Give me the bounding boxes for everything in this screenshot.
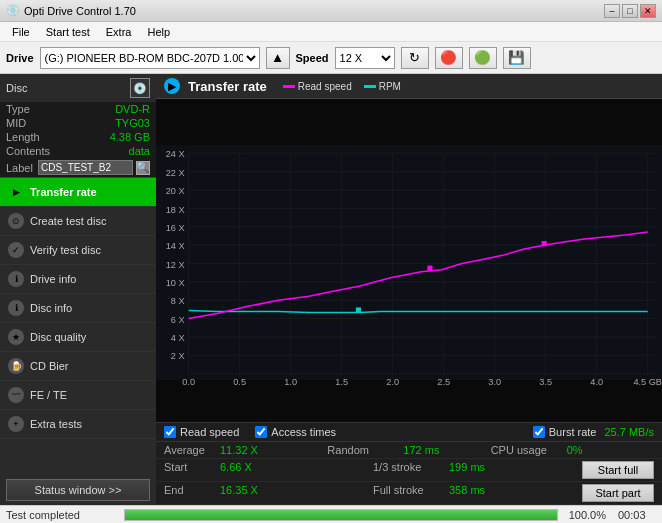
nav-item-disc-quality[interactable]: ★ Disc quality [0,323,156,352]
nav-label-extra-tests: Extra tests [30,418,82,430]
time-display: 00:03 [612,509,662,521]
progress-bar-container [124,509,558,521]
burst-rate-item[interactable]: Burst rate 25.7 MB/s [533,426,654,438]
speed-select[interactable]: 12 X [335,47,395,69]
disc-mid-row: MID TYG03 [0,116,156,130]
cpu-label: CPU usage [491,444,561,456]
eject-button[interactable]: ▲ [266,47,290,69]
nav-label-transfer-rate: Transfer rate [30,186,97,198]
start-full-button[interactable]: Start full [582,461,654,479]
titlebar: 💿 Opti Drive Control 1.70 – □ ✕ [0,0,662,22]
right-panel: ▶ Transfer rate Read speed RPM 24 X [156,74,662,505]
stroke1-label: 1/3 stroke [373,461,443,479]
nav-item-create-test-disc[interactable]: ⊙ Create test disc [0,207,156,236]
disc-header-text: Disc [6,82,27,94]
disc-quality-icon: ★ [8,329,24,345]
nav-item-fe-te[interactable]: 〰 FE / TE [0,381,156,410]
nav-label-verify-test-disc: Verify test disc [30,244,101,256]
svg-text:3.0: 3.0 [488,377,501,387]
verify-test-disc-icon: ✓ [8,242,24,258]
disc-label-input[interactable] [38,160,133,175]
status-window-button[interactable]: Status window >> [6,479,150,501]
settings-button2[interactable]: 🟢 [469,47,497,69]
nav-label-drive-info: Drive info [30,273,76,285]
stroke1-value: 199 ms [449,461,509,479]
nav-label-create-test-disc: Create test disc [30,215,106,227]
maximize-button[interactable]: □ [622,4,638,18]
svg-text:0.5: 0.5 [233,377,246,387]
check-read-speed[interactable]: Read speed [164,426,239,438]
nav-item-transfer-rate[interactable]: ▶ Transfer rate [0,178,156,207]
chart-title: Transfer rate [188,79,267,94]
svg-text:22 X: 22 X [166,168,185,178]
nav-label-disc-quality: Disc quality [30,331,86,343]
progress-bar-fill [125,510,557,520]
svg-text:8 X: 8 X [171,296,185,306]
minimize-button[interactable]: – [604,4,620,18]
main-layout: Disc 💿 Type DVD-R MID TYG03 Length 4.38 … [0,74,662,505]
start-part-button[interactable]: Start part [582,484,654,502]
menu-extra[interactable]: Extra [98,24,140,40]
access-times-checkbox[interactable] [255,426,267,438]
random-value: 172 ms [403,444,463,456]
stroke2-label: Full stroke [373,484,443,502]
legend-read-speed-label: Read speed [298,81,352,92]
stats-section: Average 11.32 X Random 172 ms CPU usage … [156,441,662,505]
svg-text:2.0: 2.0 [386,377,399,387]
chart-legend: Read speed RPM [283,81,401,92]
stat-group-end: End 16.35 X [164,484,373,502]
nav-item-drive-info[interactable]: ℹ Drive info [0,265,156,294]
menu-help[interactable]: Help [139,24,178,40]
nav-label-fe-te: FE / TE [30,389,67,401]
svg-rect-0 [156,145,662,380]
menubar: File Start test Extra Help [0,22,662,42]
close-button[interactable]: ✕ [640,4,656,18]
legend-rpm-label: RPM [379,81,401,92]
app-icon: 💿 [6,4,20,17]
burst-rate-checkbox[interactable] [533,426,545,438]
stat-group-stroke1: 1/3 stroke 199 ms [373,461,582,479]
drive-info-icon: ℹ [8,271,24,287]
read-speed-check-label: Read speed [180,426,239,438]
menu-start-test[interactable]: Start test [38,24,98,40]
nav-item-disc-info[interactable]: ℹ Disc info [0,294,156,323]
end-value: 16.35 X [220,484,280,502]
drive-select[interactable]: (G:) PIONEER BD-ROM BDC-207D 1.00 [40,47,260,69]
nav-item-extra-tests[interactable]: + Extra tests [0,410,156,439]
stat-group-average: Average 11.32 X [164,444,327,456]
start-full-group: Start full [582,461,654,479]
stat-group-random: Random 172 ms [327,444,490,456]
disc-label-row: Label 🔍 [0,158,156,177]
svg-text:2 X: 2 X [171,351,185,361]
cpu-value: 0% [567,444,627,456]
refresh-button[interactable]: ↻ [401,47,429,69]
svg-text:4.5 GB: 4.5 GB [633,377,662,387]
save-button[interactable]: 💾 [503,47,531,69]
svg-text:14 X: 14 X [166,241,185,251]
svg-text:12 X: 12 X [166,260,185,270]
random-label: Random [327,444,397,456]
disc-contents-row: Contents data [0,144,156,158]
svg-text:1.5: 1.5 [335,377,348,387]
svg-rect-37 [542,241,547,246]
extra-tests-icon: + [8,416,24,432]
read-speed-checkbox[interactable] [164,426,176,438]
nav-item-cd-bier[interactable]: 🍺 CD Bier [0,352,156,381]
menu-file[interactable]: File [4,24,38,40]
status-bar: Test completed 100.0% 00:03 [0,505,662,523]
chart-header: ▶ Transfer rate Read speed RPM [156,74,662,99]
disc-length-row: Length 4.38 GB [0,130,156,144]
app-title: Opti Drive Control 1.70 [24,5,136,17]
check-access-times[interactable]: Access times [255,426,336,438]
nav-item-verify-test-disc[interactable]: ✓ Verify test disc [0,236,156,265]
start-value: 6.66 X [220,461,280,479]
start-label: Start [164,461,214,479]
settings-button1[interactable]: 🔴 [435,47,463,69]
disc-section: Disc 💿 Type DVD-R MID TYG03 Length 4.38 … [0,74,156,178]
svg-rect-36 [427,266,432,271]
stat-group-start: Start 6.66 X [164,461,373,479]
disc-type-label: Type [6,103,30,115]
disc-label-icon[interactable]: 🔍 [136,161,150,175]
stroke2-value: 358 ms [449,484,509,502]
transfer-rate-icon: ▶ [8,184,24,200]
